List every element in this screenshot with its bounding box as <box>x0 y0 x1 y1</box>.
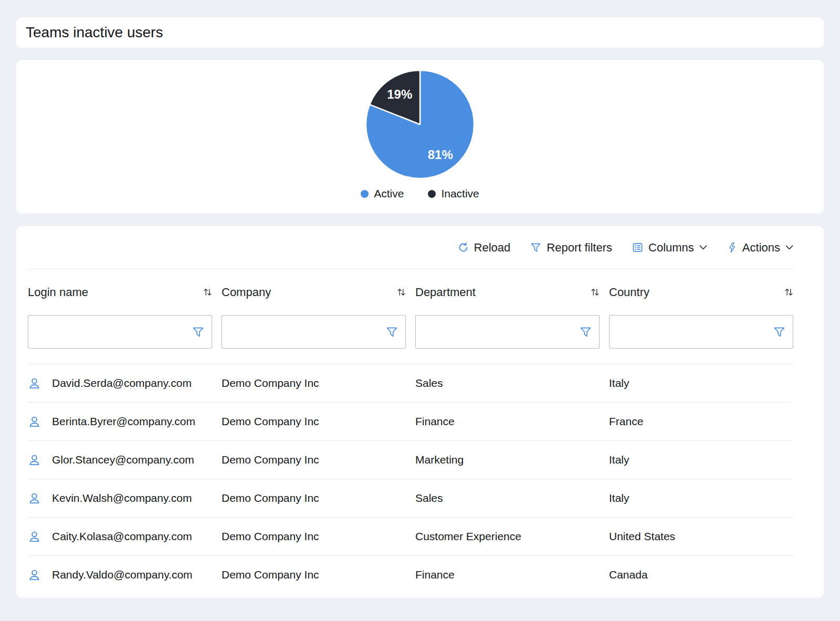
table-row[interactable]: Randy.Valdo@company.com Demo Company Inc… <box>28 555 793 594</box>
legend-label-active: Active <box>374 187 404 200</box>
cell-country: Canada <box>609 569 793 581</box>
cell-login-name: David.Serda@company.com <box>52 377 192 390</box>
cell-country: Italy <box>609 454 793 466</box>
pie-value-label-inactive: 19% <box>387 87 412 101</box>
header-row: Login name Company Department Country <box>28 269 793 315</box>
user-icon <box>28 377 41 390</box>
column-header-label: Login name <box>28 286 88 299</box>
pie-value-label-active: 81% <box>428 148 453 162</box>
filter-box <box>28 315 212 349</box>
filter-box <box>415 315 600 349</box>
table-row[interactable]: David.Serda@company.com Demo Company Inc… <box>28 364 793 402</box>
filter-input[interactable] <box>617 325 773 339</box>
cell-country: France <box>609 415 793 428</box>
cell-company: Demo Company Inc <box>222 454 406 466</box>
legend-item-active: Active <box>361 187 404 200</box>
funnel-icon[interactable] <box>773 326 785 338</box>
cell-country: United States <box>609 530 793 543</box>
cell-login-name: Caity.Kolasa@company.com <box>52 530 192 543</box>
sort-icon[interactable] <box>203 288 212 297</box>
table-row[interactable]: Caity.Kolasa@company.com Demo Company In… <box>28 517 793 555</box>
title-card: Teams inactive users <box>16 17 824 48</box>
funnel-icon[interactable] <box>386 326 398 338</box>
table-toolbar: Reload Report filters Columns <box>28 226 793 269</box>
column-header-company[interactable]: Company <box>222 286 406 299</box>
cell-department: Customer Experience <box>415 530 600 543</box>
columns-button[interactable]: Columns <box>632 241 707 255</box>
lightning-icon <box>727 242 737 253</box>
user-icon <box>28 415 41 428</box>
sort-icon[interactable] <box>784 288 793 297</box>
actions-label: Actions <box>742 241 780 255</box>
columns-label: Columns <box>648 241 694 255</box>
cell-department: Sales <box>415 377 600 390</box>
reload-button[interactable]: Reload <box>458 241 511 255</box>
filter-row <box>28 315 793 349</box>
user-icon <box>28 492 41 505</box>
chevron-down-icon <box>699 245 707 250</box>
chevron-down-icon <box>785 245 793 250</box>
column-header-department[interactable]: Department <box>415 286 600 299</box>
column-header-label: Company <box>222 286 271 299</box>
filter-input[interactable] <box>229 325 386 339</box>
filter-box <box>609 315 793 349</box>
legend-dot-inactive <box>428 190 436 198</box>
filter-funnel-icon <box>530 242 541 253</box>
cell-company: Demo Company Inc <box>222 569 406 581</box>
columns-icon <box>632 242 643 253</box>
cell-login-name: Randy.Valdo@company.com <box>52 569 193 581</box>
table-row[interactable]: Glor.Stancey@company.com Demo Company In… <box>28 440 793 479</box>
legend-label-inactive: Inactive <box>441 187 479 200</box>
cell-department: Finance <box>415 415 600 428</box>
cell-department: Marketing <box>415 454 600 466</box>
column-header-country[interactable]: Country <box>609 286 793 299</box>
sort-icon[interactable] <box>591 288 600 297</box>
pie-legend: Active Inactive <box>361 187 479 200</box>
cell-department: Sales <box>415 492 600 504</box>
cell-company: Demo Company Inc <box>222 492 406 504</box>
table-card: Reload Report filters Columns <box>16 226 824 598</box>
filter-input[interactable] <box>423 325 580 339</box>
cell-company: Demo Company Inc <box>222 377 406 390</box>
chart-card: 81%19% Active Inactive <box>16 60 824 214</box>
cell-department: Finance <box>415 569 600 581</box>
cell-company: Demo Company Inc <box>222 415 406 428</box>
filter-box <box>222 315 406 349</box>
legend-dot-active <box>361 190 369 198</box>
funnel-icon[interactable] <box>192 326 204 338</box>
cell-login-name: Berinta.Byrer@company.com <box>52 415 195 428</box>
page: Teams inactive users 81%19% Active Inact… <box>0 0 840 598</box>
report-filters-button[interactable]: Report filters <box>530 241 612 255</box>
page-title: Teams inactive users <box>26 24 163 41</box>
reload-icon <box>458 242 469 253</box>
table-body: David.Serda@company.com Demo Company Inc… <box>28 364 793 594</box>
report-filters-label: Report filters <box>547 241 612 255</box>
cell-country: Italy <box>609 492 793 504</box>
filter-input[interactable] <box>36 325 192 339</box>
cell-login-name: Kevin.Walsh@company.com <box>52 492 192 504</box>
funnel-icon[interactable] <box>580 326 592 338</box>
sort-icon[interactable] <box>397 288 406 297</box>
legend-item-inactive: Inactive <box>428 187 479 200</box>
pie-chart: 81%19% <box>364 69 476 180</box>
user-icon <box>28 530 41 543</box>
column-header-login-name[interactable]: Login name <box>28 286 212 299</box>
user-icon <box>28 454 41 467</box>
cell-country: Italy <box>609 377 793 390</box>
column-header-label: Country <box>609 286 649 299</box>
actions-button[interactable]: Actions <box>727 241 793 255</box>
table-row[interactable]: Kevin.Walsh@company.com Demo Company Inc… <box>28 479 793 517</box>
column-header-label: Department <box>415 286 476 299</box>
cell-login-name: Glor.Stancey@company.com <box>52 454 194 466</box>
reload-label: Reload <box>474 241 511 255</box>
table-row[interactable]: Berinta.Byrer@company.com Demo Company I… <box>28 402 793 440</box>
cell-company: Demo Company Inc <box>222 530 406 543</box>
user-icon <box>28 569 41 582</box>
